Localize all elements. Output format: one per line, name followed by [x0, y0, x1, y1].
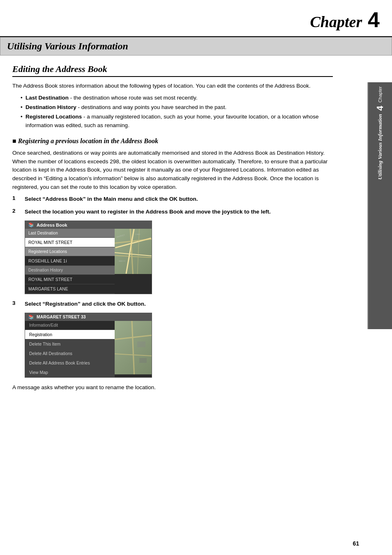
step-1-text: Select “Address Book” in the Main menu a…: [25, 195, 333, 204]
svg-rect-10: [137, 341, 145, 347]
main-content: Editing the Address Book The Address Boo…: [0, 64, 345, 408]
addr-book-icon: 📚: [28, 222, 34, 228]
addr-row-royal-mint[interactable]: ROYAL MINT STREET: [25, 238, 115, 247]
svg-line-9: [132, 321, 134, 374]
svg-text:MAIN ST: MAIN ST: [119, 260, 126, 262]
bullet-rl-bold: Registered Locations: [25, 114, 82, 120]
bullet-ld-bold: Last Destination: [25, 95, 69, 101]
addr-row-rosehill[interactable]: ROSEHILL LANE 1ⅰ: [25, 256, 115, 266]
bullet-last-destination: Last Destination - the destination whose…: [21, 94, 333, 102]
chapter-header: Chapter 4: [0, 0, 392, 37]
addr-row-reg-loc-header: Registered Locations: [25, 247, 115, 256]
bullet-dh-bold: Destination History: [25, 104, 76, 110]
addr-row-royal-mint-2[interactable]: ROYAL MINT STREET: [25, 275, 115, 284]
addr-row-margarets[interactable]: MARGARETS LANE: [25, 284, 115, 294]
step-3: 3 Select “Registration” and click the OK…: [12, 300, 333, 309]
step-2-num: 2: [12, 208, 22, 214]
addr-row-dest-hist-header: Destination History: [25, 266, 115, 275]
after-screenshot-text: A message asks whether you want to renam…: [12, 383, 333, 392]
right-tab-chapter-label: Chapter: [378, 86, 383, 102]
step-1: 1 Select “Address Book” in the Main menu…: [12, 195, 333, 204]
reg-row-delete-item[interactable]: Delete This Item: [25, 339, 115, 349]
reg-row-info-edit: Information/Edit: [25, 321, 115, 330]
svg-line-2: [130, 229, 133, 274]
bullet-list: Last Destination - the destination whose…: [12, 94, 333, 130]
bullet-registered-locations: Registered Locations - a manually regist…: [21, 113, 333, 130]
addr-row-last-dest-header: Last Destination: [25, 229, 115, 238]
chapter-label: Chapter: [310, 13, 362, 30]
right-side-tab: Chapter 4 Utilising Various Information: [367, 82, 392, 329]
screenshot-registration: 📚 MARGARET STREET 33 Information/Edit Re…: [25, 313, 152, 378]
reg-row-registration[interactable]: Registration: [25, 330, 115, 339]
right-tab-title: Utilising Various Information: [377, 114, 384, 180]
svg-line-3: [137, 229, 139, 274]
step-3-num: 3: [12, 300, 22, 306]
step-1-num: 1: [12, 195, 22, 201]
chapter-number: 4: [368, 8, 380, 32]
reg-menu-content: Information/Edit Registration Delete Thi…: [25, 321, 152, 377]
reg-row-view-map[interactable]: View Map: [25, 368, 115, 377]
map-area-1: MARKET CHAIN MAIN ST: [115, 229, 152, 274]
svg-rect-11: [139, 358, 147, 363]
chapter-banner-title: Utilising Various Information: [7, 41, 128, 51]
reg-menu-header: 📚 MARGARET STREET 33: [25, 313, 152, 321]
page-number: 61: [353, 540, 359, 547]
addr-book-header: 📚 Address Book: [25, 221, 152, 229]
map-svg-2: [115, 321, 152, 374]
reg-menu-list: Information/Edit Registration Delete Thi…: [25, 321, 115, 377]
subsection1-para1: Once searched, destinations or way point…: [12, 149, 333, 192]
svg-line-1: [115, 255, 152, 258]
reg-menu-icon: 📚: [28, 314, 34, 320]
bullet-destination-history: Destination History - destinations and w…: [21, 103, 333, 112]
addr-book-header-label: Address Book: [37, 223, 67, 228]
step-2: 2 Select the location you want to regist…: [12, 208, 333, 216]
chapter-banner: Utilising Various Information: [0, 37, 392, 56]
section1-heading: Editing the Address Book: [12, 64, 333, 77]
right-tab-chapter-num: 4: [375, 106, 385, 111]
svg-text:MARKET: MARKET: [116, 234, 125, 238]
bullet-ld-text: - the destination whose route was set mo…: [69, 95, 197, 101]
reg-row-delete-all[interactable]: Delete All Address Book Entries: [25, 358, 115, 368]
reg-menu-header-label: MARGARET STREET 33: [37, 314, 86, 319]
svg-line-0: [115, 239, 152, 243]
step-2-text: Select the location you want to register…: [25, 208, 333, 216]
map-svg: MARKET CHAIN MAIN ST: [115, 229, 152, 274]
page-container: Chapter 4 Utilising Various Information …: [0, 0, 392, 555]
screenshot-address-book: 📚 Address Book ◀ Last Destination ROYAL …: [25, 221, 152, 294]
bullet-dh-text: - destinations and way points you have s…: [76, 104, 226, 110]
addr-book-list: ◀ Last Destination ROYAL MINT STREET Reg…: [25, 229, 115, 294]
section1-intro: The Address Book stores information abou…: [12, 82, 333, 91]
subsection1-heading: Registering a previous location in the A…: [12, 137, 333, 145]
reg-row-delete-dest[interactable]: Delete All Destinations: [25, 349, 115, 358]
step-3-text: Select “Registration” and click the OK b…: [25, 300, 333, 309]
svg-text:CHAIN: CHAIN: [135, 233, 141, 235]
addr-book-content: ◀ Last Destination ROYAL MINT STREET Reg…: [25, 229, 152, 294]
map-area-2: [115, 321, 152, 374]
